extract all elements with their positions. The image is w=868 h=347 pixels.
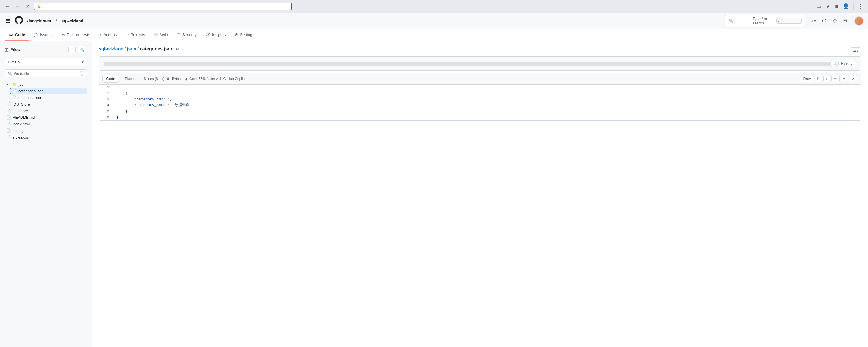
breadcrumb-current-file: categories.json [140, 46, 174, 51]
org-name[interactable]: xiangxinotes [26, 19, 51, 23]
expand-button[interactable]: ⤢ [849, 75, 857, 82]
search-label: Type / to search [753, 16, 774, 25]
file-questions-json[interactable]: 📄 questions.json [10, 94, 87, 101]
profiles-icon[interactable]: 👤 [841, 2, 850, 10]
file-script-js[interactable]: 📄 script.js [5, 127, 87, 134]
raw-button[interactable]: Raw [801, 75, 813, 82]
file-name-ds-store: .DS_Store [12, 102, 30, 106]
sidebar-actions: + 🔍 [68, 46, 87, 53]
file-categories-json[interactable]: 📄 categories.json [10, 88, 87, 94]
file-styles-css[interactable]: 📄 styles.css [5, 134, 87, 141]
breadcrumb-repo-link[interactable]: sql-wizland [99, 46, 123, 51]
copy-code-button[interactable]: ⎘ [815, 75, 822, 82]
refresh-button[interactable]: ✕ [24, 3, 31, 10]
user-avatar[interactable] [854, 16, 863, 26]
code-line-3: 3 "category_id": 1, [99, 97, 861, 103]
blame-tab-button[interactable]: Blame [121, 75, 139, 82]
file-icon-script: 📄 [6, 129, 11, 133]
code-line-4: 4 "category_name": "数据查询" [99, 102, 861, 108]
url-input[interactable]: github.com/xiangxinotes/sql-wizland/blob… [43, 4, 288, 9]
breadcrumb-sep-1: / [125, 47, 126, 51]
nav-item-issues[interactable]: ◯ Issues [30, 29, 55, 41]
file-name-questions: questions.json [19, 96, 42, 100]
nav-item-security[interactable]: 🛡 Security [173, 29, 201, 41]
content-area: sql-wizland / json / categories.json ⧉ •… [92, 41, 868, 347]
file-icon-index: 📄 [6, 122, 11, 126]
nav-item-actions[interactable]: ▷ Actions [95, 29, 121, 41]
file-name-gitignore: .gitignore [12, 109, 28, 113]
back-button[interactable]: ← [3, 3, 11, 10]
history-label: History [841, 61, 852, 66]
file-icon-styles: 📄 [6, 135, 11, 139]
forward-button[interactable]: → [14, 3, 22, 10]
breadcrumb-folder-link[interactable]: json [127, 46, 136, 51]
file-name-styles: styles.css [12, 135, 29, 139]
line-number-2: 2 [99, 91, 115, 97]
branch-chevron-icon: ▾ [82, 60, 84, 64]
copy-path-button[interactable]: ⧉ [175, 46, 180, 52]
breadcrumb-row: sql-wizland / json / categories.json ⧉ •… [99, 46, 861, 57]
hamburger-menu[interactable]: ☰ [5, 16, 11, 25]
nav-item-settings[interactable]: ⚙ Settings [230, 29, 259, 41]
history-button[interactable]: 🕐 History [831, 60, 856, 67]
nav-item-code[interactable]: <> Code [5, 29, 29, 41]
code-actions: Raw ⎘ ↓ ✏ ▾ ⤢ [801, 75, 857, 82]
branch-selector[interactable]: ⌖ main ▾ [5, 58, 87, 66]
nav-item-projects[interactable]: ⊕ Projects [121, 29, 149, 41]
file-search-input[interactable] [14, 71, 79, 76]
folder-json-children: 📄 categories.json 📄 questions.json [5, 88, 87, 101]
timer-icon[interactable]: ⏱ [819, 16, 829, 26]
commit-bar: 🕐 History [99, 57, 861, 71]
file-gitignore[interactable]: 📄 .gitignore [5, 108, 87, 114]
line-number-4: 4 [99, 102, 115, 108]
insights-icon: 📈 [205, 32, 210, 37]
add-file-button[interactable]: + [68, 46, 76, 53]
line-content-5: } [115, 108, 861, 114]
search-shortcut-key: t [80, 71, 84, 76]
search-files-button[interactable]: 🔍 [77, 46, 87, 53]
file-ds-store[interactable]: 📄 .DS_Store [5, 101, 87, 108]
edit-button[interactable]: ✏ [831, 75, 840, 82]
nav-item-pull-requests[interactable]: ℻ Pull requests [56, 29, 94, 41]
file-search[interactable]: 🔍 t [5, 69, 87, 77]
inbox-icon[interactable]: ✉ [840, 16, 849, 26]
wiki-icon: 📖 [154, 32, 158, 37]
actions-icon: ▷ [99, 32, 102, 37]
download-button[interactable]: ↓ [823, 75, 830, 82]
create-new-button[interactable]: + ▾ [809, 17, 818, 25]
folder-arrow-icon: ▼ [6, 83, 10, 86]
global-search[interactable]: 🔍 Type / to search / [725, 15, 805, 27]
address-bar[interactable]: 🔒 github.com/xiangxinotes/sql-wizland/bl… [34, 3, 292, 10]
main-layout: ◫ Files + 🔍 ⌖ main ▾ 🔍 t ▼ [0, 41, 868, 347]
file-readme[interactable]: 📄 README.md [5, 114, 87, 121]
folder-icon: 📁 [12, 82, 17, 86]
repo-name[interactable]: sql-wizland [62, 19, 83, 23]
pull-request-icon[interactable]: ✥ [830, 16, 839, 26]
file-search-icon: 🔍 [8, 71, 12, 76]
line-content-4: "category_name": "数据查询" [115, 102, 861, 108]
file-name-readme: README.md [12, 115, 35, 119]
code-toolbar: Code Blame 6 lines (6 loc) · 81 Bytes ◆ … [99, 73, 861, 84]
nav-item-wiki[interactable]: 📖 Wiki [150, 29, 172, 41]
line-number-5: 5 [99, 108, 115, 114]
more-options-button[interactable]: ••• [850, 47, 861, 55]
code-content: 1 [ 2 { 3 "category_id": 1, 4 "category_… [99, 84, 861, 120]
edit-options-button[interactable]: ▾ [841, 75, 848, 82]
folder-json[interactable]: ▼ 📁 json [5, 81, 87, 88]
code-tab-button[interactable]: Code [102, 75, 119, 82]
breadcrumb: sql-wizland / json / categories.json ⧉ [99, 46, 180, 52]
star-icon[interactable]: ★ [825, 2, 832, 10]
file-index-html[interactable]: 📄 index.html [5, 121, 87, 127]
menu-icon[interactable]: ⋮ [857, 2, 865, 10]
file-name-script: script.js [12, 129, 25, 133]
nav-label-settings: Settings [240, 32, 255, 37]
github-logo[interactable] [15, 16, 23, 26]
search-shortcut: / [776, 18, 801, 24]
nav-item-insights[interactable]: 📈 Insights [201, 29, 229, 41]
screenshot-icon[interactable]: ▭ [815, 2, 823, 10]
code-line-5: 5 } [99, 108, 861, 114]
browser-actions: ▭ ★ ■ 👤 ⋮ [815, 2, 865, 10]
line-content-1: [ [115, 84, 861, 91]
extensions-icon[interactable]: ■ [834, 3, 840, 10]
file-sidebar: ◫ Files + 🔍 ⌖ main ▾ 🔍 t ▼ [0, 41, 92, 347]
